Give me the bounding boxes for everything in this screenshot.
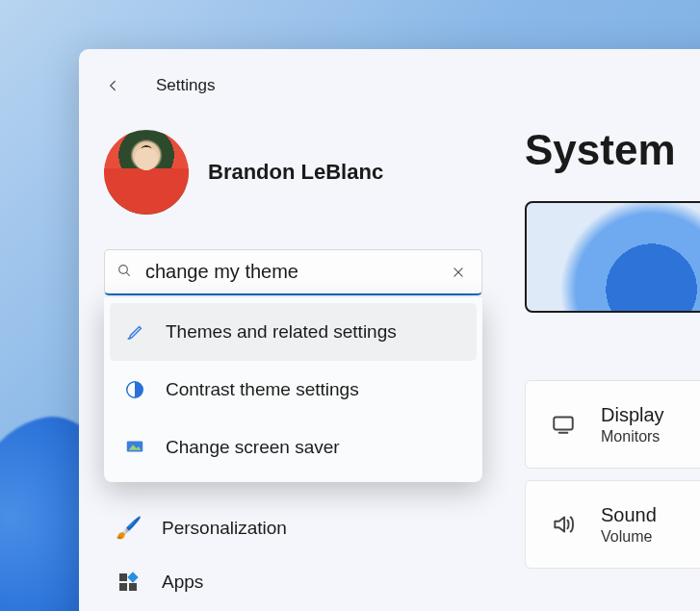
- page-title: System: [525, 126, 700, 174]
- back-button[interactable]: [98, 71, 127, 100]
- search-icon: [117, 263, 132, 282]
- card-title: Sound: [601, 504, 657, 526]
- svg-rect-10: [129, 583, 137, 591]
- sidebar-item-apps[interactable]: Apps: [100, 555, 486, 609]
- main-pane: System Display Monitors: [507, 109, 700, 611]
- suggestion-themes[interactable]: Themes and related settings: [110, 303, 477, 361]
- suggestion-contrast[interactable]: Contrast theme settings: [110, 361, 477, 419]
- contrast-icon: [123, 378, 146, 401]
- sidebar-item-personalization[interactable]: 🖌️ Personalization: [100, 501, 486, 555]
- card-title: Display: [601, 404, 664, 426]
- svg-rect-9: [119, 583, 127, 591]
- sound-icon: [549, 510, 578, 539]
- screensaver-icon: [123, 436, 146, 459]
- card-subtitle: Volume: [601, 528, 657, 546]
- sidebar-item-label: Apps: [162, 572, 203, 593]
- suggestion-label: Themes and related settings: [166, 321, 397, 343]
- desktop-preview[interactable]: [525, 201, 700, 313]
- sidebar-item-label: Personalization: [162, 518, 287, 539]
- search-box[interactable]: [104, 249, 482, 295]
- user-name: Brandon LeBlanc: [208, 160, 383, 185]
- suggestion-screensaver[interactable]: Change screen saver: [110, 419, 477, 476]
- app-title: Settings: [156, 76, 215, 95]
- nav-list: 🖌️ Personalization Apps: [100, 501, 486, 609]
- svg-rect-7: [119, 573, 127, 581]
- apps-icon: [116, 570, 141, 595]
- card-display[interactable]: Display Monitors: [525, 380, 700, 469]
- display-icon: [549, 410, 578, 439]
- search-input[interactable]: [132, 261, 447, 283]
- brush-icon: [123, 320, 146, 344]
- svg-rect-11: [554, 417, 573, 429]
- svg-rect-8: [127, 572, 138, 582]
- sidebar: Brandon LeBlanc: [79, 109, 507, 611]
- clear-search-button[interactable]: [447, 261, 470, 284]
- card-sound[interactable]: Sound Volume: [525, 480, 700, 569]
- svg-line-1: [126, 272, 129, 275]
- settings-window: Settings Brandon LeBlanc: [79, 49, 700, 611]
- avatar: [104, 130, 189, 215]
- titlebar: Settings: [79, 63, 700, 109]
- card-subtitle: Monitors: [601, 428, 664, 446]
- paint-icon: 🖌️: [116, 516, 141, 541]
- suggestion-label: Contrast theme settings: [166, 379, 359, 400]
- search-suggestions: Themes and related settings Contrast the…: [104, 297, 482, 482]
- suggestion-label: Change screen saver: [166, 437, 340, 458]
- user-row[interactable]: Brandon LeBlanc: [100, 126, 486, 232]
